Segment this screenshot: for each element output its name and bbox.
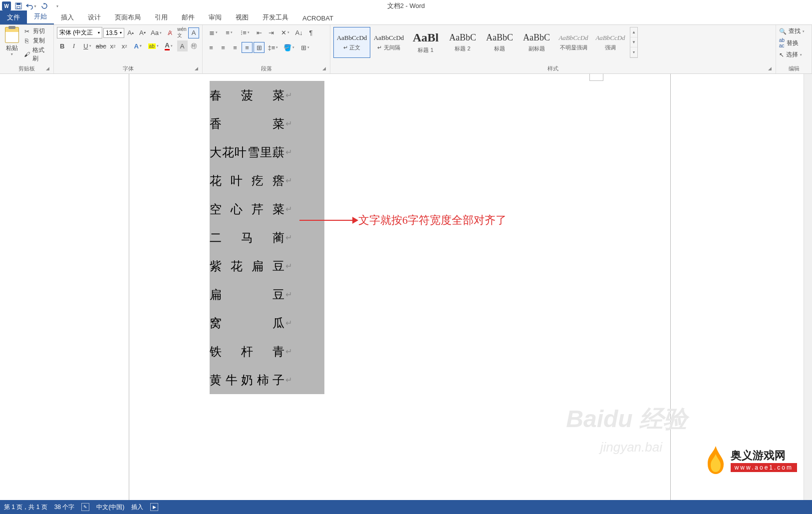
document-line[interactable]: 二马蔺↵ xyxy=(210,223,324,252)
ruler-marker xyxy=(589,74,603,81)
gallery-down-button[interactable]: ▼ xyxy=(630,37,637,47)
subscript-button[interactable]: x2 xyxy=(107,40,118,51)
tab-acrobat[interactable]: ACROBAT xyxy=(295,12,340,24)
selected-text-block[interactable]: 春菠菜↵香菜↵大花叶雪里蕻↵花叶疙瘩↵空心芹菜↵二马蔺↵紫花扁豆↵扁豆↵窝瓜↵铁… xyxy=(210,81,324,394)
tab-developer[interactable]: 开发工具 xyxy=(256,10,295,24)
strike-button[interactable]: abc xyxy=(95,40,106,51)
text-effects-button[interactable]: A▾ xyxy=(131,40,145,51)
multilevel-button[interactable]: ⁝≡▾ xyxy=(238,27,253,38)
document-line[interactable]: 香菜↵ xyxy=(210,109,324,138)
style-item-0[interactable]: AaBbCcDd↵ 正文 xyxy=(333,27,370,58)
tab-mailings[interactable]: 邮件 xyxy=(175,10,202,24)
font-size-combo[interactable]: 13.5▾ xyxy=(103,28,124,38)
grow-font-button[interactable]: A▴ xyxy=(125,27,136,38)
document-line[interactable]: 黄牛奶柿子↵ xyxy=(210,366,324,394)
justify-button[interactable]: ≡ xyxy=(242,42,253,53)
numbering-button[interactable]: ≡▾ xyxy=(222,27,237,38)
document-line[interactable]: 春菠菜↵ xyxy=(210,81,324,109)
document-line[interactable]: 空心芹菜↵ xyxy=(210,195,324,223)
font-name-combo[interactable]: 宋体 (中文正▾ xyxy=(57,27,102,38)
style-item-2[interactable]: AaBl标题 1 xyxy=(407,27,444,58)
increase-indent-button[interactable]: ⇥ xyxy=(266,27,276,38)
underline-button[interactable]: U▾ xyxy=(80,40,94,51)
shrink-font-button[interactable]: A▾ xyxy=(137,27,148,38)
style-preview: AaBbC xyxy=(523,32,550,43)
document-line[interactable]: 花叶疙瘩↵ xyxy=(210,166,324,195)
baidu-watermark: Baidu 经验 xyxy=(566,403,687,435)
styles-dialog-launcher[interactable]: ◢ xyxy=(768,66,774,72)
gallery-scroll[interactable]: ▲ ▼ ▾ xyxy=(630,27,638,58)
font-dialog-launcher[interactable]: ◢ xyxy=(195,66,201,72)
tab-layout[interactable]: 页面布局 xyxy=(108,10,148,24)
document-line[interactable]: 铁杆青↵ xyxy=(210,337,324,366)
document-line[interactable]: 大花叶雪里蕻↵ xyxy=(210,138,324,166)
align-left-button[interactable]: ≡ xyxy=(206,42,217,53)
font-size-value: 13.5 xyxy=(106,29,117,36)
distributed-button[interactable]: ⊞ xyxy=(254,42,265,53)
document-line[interactable]: 扁豆↵ xyxy=(210,280,324,309)
qat-save-button[interactable] xyxy=(13,0,24,11)
style-preview: AaBbC xyxy=(449,32,476,43)
show-marks-button[interactable]: ¶ xyxy=(305,27,316,38)
copy-button[interactable]: ⎘复制 xyxy=(23,36,50,45)
style-item-5[interactable]: AaBbC副标题 xyxy=(518,27,555,58)
tab-review[interactable]: 审阅 xyxy=(202,10,229,24)
styles-gallery[interactable]: AaBbCcDd↵ 正文AaBbCcDd↵ 无间隔AaBl标题 1AaBbC标题… xyxy=(333,27,629,58)
tab-view[interactable]: 视图 xyxy=(229,10,256,24)
char-border-button[interactable]: A xyxy=(188,27,199,38)
borders-button[interactable]: ⊞▾ xyxy=(297,42,312,53)
style-item-4[interactable]: AaBbC标题 xyxy=(481,27,518,58)
char-shading-button[interactable]: A xyxy=(177,40,188,51)
style-name-label: 标题 xyxy=(494,45,505,52)
shading-button[interactable]: 🪣▾ xyxy=(281,42,296,53)
superscript-button[interactable]: x2 xyxy=(119,40,130,51)
phonetic-guide-button[interactable]: wén文 xyxy=(177,27,188,38)
decrease-indent-button[interactable]: ⇤ xyxy=(254,27,265,38)
status-macro-icon[interactable]: ▶ xyxy=(150,503,158,511)
font-color-button[interactable]: A▾ xyxy=(162,40,176,51)
highlight-button[interactable]: ab▾ xyxy=(146,40,161,51)
align-center-button[interactable]: ≡ xyxy=(218,42,229,53)
clipboard-dialog-launcher[interactable]: ◢ xyxy=(46,66,52,72)
page-edge-right xyxy=(670,74,671,500)
status-proofing-icon[interactable]: ✎ xyxy=(81,503,89,511)
status-words[interactable]: 38 个字 xyxy=(54,503,75,512)
line-spacing-button[interactable]: ‡≡▾ xyxy=(266,42,280,53)
tab-insert[interactable]: 插入 xyxy=(54,10,81,24)
format-painter-button[interactable]: 🖌格式刷 xyxy=(23,46,50,63)
style-item-1[interactable]: AaBbCcDd↵ 无间隔 xyxy=(370,27,407,58)
vertical-scrollbar[interactable] xyxy=(804,74,812,500)
asian-layout-button[interactable]: ✕▾ xyxy=(277,27,292,38)
tab-references[interactable]: 引用 xyxy=(148,10,175,24)
tab-home[interactable]: 开始 xyxy=(27,9,54,24)
status-mode[interactable]: 插入 xyxy=(131,503,143,512)
paste-button[interactable]: 粘贴 ▼ xyxy=(3,27,21,56)
align-right-button[interactable]: ≡ xyxy=(230,42,241,53)
gallery-up-button[interactable]: ▲ xyxy=(630,27,637,37)
document-line[interactable]: 窝瓜↵ xyxy=(210,309,324,337)
cut-button[interactable]: ✂剪切 xyxy=(23,27,50,35)
document-line[interactable]: 紫花扁豆↵ xyxy=(210,252,324,280)
bullets-button[interactable]: ≣▾ xyxy=(206,27,221,38)
cut-label: 剪切 xyxy=(33,27,45,35)
bold-button[interactable]: B xyxy=(57,40,67,51)
sort-button[interactable]: A↓ xyxy=(293,27,304,38)
paragraph-dialog-launcher[interactable]: ◢ xyxy=(322,66,328,72)
status-language[interactable]: 中文(中国) xyxy=(96,503,124,512)
replace-button[interactable]: abac替换 xyxy=(779,37,809,48)
style-item-6[interactable]: AaBbCcDd不明显强调 xyxy=(555,27,592,58)
italic-button[interactable]: I xyxy=(68,40,79,51)
tab-file[interactable]: 文件 xyxy=(0,10,27,24)
enclose-char-button[interactable]: ㊕ xyxy=(189,40,199,51)
change-case-button[interactable]: Aa▾ xyxy=(149,27,164,38)
paragraph-mark-icon: ↵ xyxy=(285,261,292,271)
status-page[interactable]: 第 1 页，共 1 页 xyxy=(4,503,47,512)
tab-design[interactable]: 设计 xyxy=(81,10,108,24)
select-button[interactable]: ↖选择▾ xyxy=(779,50,809,59)
style-item-7[interactable]: AaBbCcDd强调 xyxy=(592,27,629,58)
clear-format-button[interactable]: A̷ xyxy=(165,27,176,38)
gallery-more-button[interactable]: ▾ xyxy=(630,47,637,57)
style-item-3[interactable]: AaBbC标题 2 xyxy=(444,27,481,58)
style-preview: AaBbCcDd xyxy=(337,34,367,42)
find-button[interactable]: 🔍查找▾ xyxy=(779,27,809,35)
